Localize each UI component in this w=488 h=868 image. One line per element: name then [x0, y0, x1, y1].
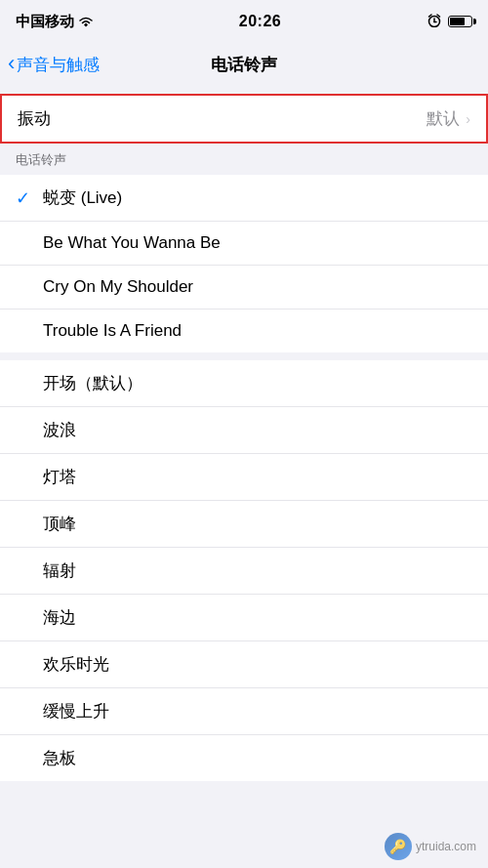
section-label: 电话铃声: [0, 144, 488, 175]
vibration-right: 默认 ›: [427, 107, 470, 130]
chevron-right-icon: ›: [466, 111, 470, 127]
ringtone-name: 顶峰: [43, 513, 472, 535]
back-button[interactable]: ‹ 声音与触感: [8, 54, 100, 76]
list-item[interactable]: 开场（默认）: [0, 360, 488, 407]
status-bar-left: 中国移动: [16, 13, 94, 31]
watermark-text: ytruida.com: [416, 840, 476, 853]
ringtone-name: 欢乐时光: [43, 653, 472, 676]
status-bar: 中国移动 20:26: [0, 0, 488, 43]
ringtone-name: 海边: [43, 606, 472, 629]
section-divider: [0, 352, 488, 360]
list-item[interactable]: 海边: [0, 595, 488, 641]
status-bar-time: 20:26: [239, 13, 281, 30]
navigation-bar: ‹ 声音与触感 电话铃声: [0, 43, 488, 86]
list-item[interactable]: Be What You Wanna Be: [0, 222, 488, 266]
list-item[interactable]: 辐射: [0, 548, 488, 595]
vibration-section: 振动 默认 ›: [0, 94, 488, 144]
ringtone-name: 辐射: [43, 559, 472, 582]
ringtone-name: Be What You Wanna Be: [43, 233, 472, 253]
ringtone-name: Cry On My Shoulder: [43, 277, 472, 297]
checkmark-icon: ✓: [16, 187, 43, 209]
back-label: 声音与触感: [17, 54, 100, 76]
list-item[interactable]: 顶峰: [0, 501, 488, 548]
alarm-icon: [427, 14, 442, 30]
list-item[interactable]: Trouble Is A Friend: [0, 310, 488, 352]
ringtone-name: 开场（默认）: [43, 372, 472, 394]
wifi-icon: [78, 14, 94, 30]
watermark: 🔑 ytruida.com: [385, 833, 476, 860]
ringtone-name: 波浪: [43, 419, 472, 441]
vibration-row[interactable]: 振动 默认 ›: [2, 96, 486, 142]
ringtone-name: 蜕变 (Live): [43, 186, 472, 209]
status-bar-right: [427, 14, 472, 30]
list-item[interactable]: 缓慢上升: [0, 688, 488, 735]
battery-icon: [448, 16, 472, 27]
list-item[interactable]: 欢乐时光: [0, 641, 488, 688]
carrier-label: 中国移动: [16, 13, 74, 31]
list-item[interactable]: 急板: [0, 735, 488, 781]
ringtone-name: 急板: [43, 747, 472, 769]
standard-ringtones-list: 开场（默认） 波浪 灯塔 顶峰 辐射 海边 欢乐时光 缓慢上升 急板: [0, 360, 488, 781]
list-item[interactable]: ✓ 蜕变 (Live): [0, 175, 488, 222]
watermark-icon: 🔑: [385, 833, 412, 860]
list-item[interactable]: 灯塔: [0, 454, 488, 501]
back-arrow-icon: ‹: [8, 53, 15, 74]
vibration-label: 振动: [18, 107, 51, 130]
ringtone-name: Trouble Is A Friend: [43, 321, 472, 341]
battery-indicator: [448, 16, 472, 27]
ringtone-name: 缓慢上升: [43, 700, 472, 723]
ringtone-name: 灯塔: [43, 466, 472, 488]
ringtones-list: ✓ 蜕变 (Live) Be What You Wanna Be Cry On …: [0, 175, 488, 352]
svg-line-4: [437, 15, 440, 17]
page-title: 电话铃声: [211, 54, 277, 76]
list-item[interactable]: Cry On My Shoulder: [0, 266, 488, 310]
svg-line-3: [428, 15, 431, 17]
list-item[interactable]: 波浪: [0, 407, 488, 454]
vibration-value: 默认: [427, 107, 460, 130]
